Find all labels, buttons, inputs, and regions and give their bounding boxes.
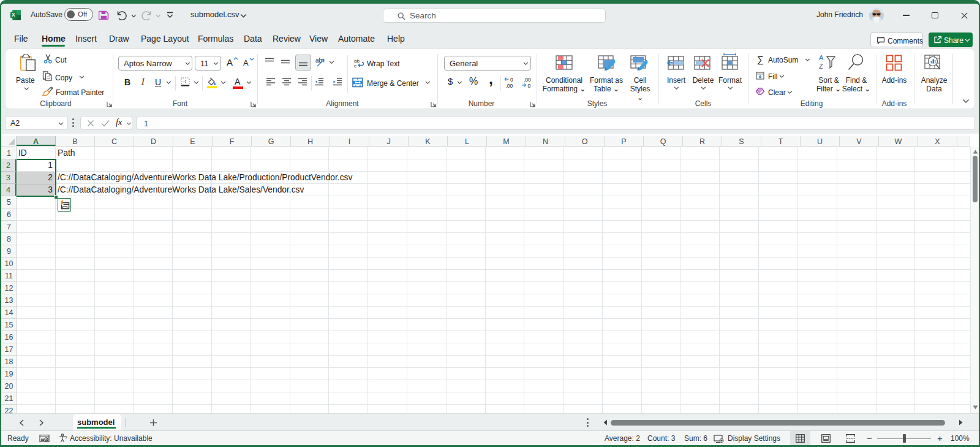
svg-text:A: A (819, 54, 824, 61)
svg-text:X: X (12, 12, 15, 18)
svg-text:0: 0 (510, 77, 513, 83)
svg-text:.00: .00 (506, 83, 513, 89)
svg-text:Z: Z (819, 63, 823, 70)
svg-text:0: 0 (528, 83, 531, 89)
svg-text:c: c (354, 63, 356, 68)
svg-text:ab: ab (315, 57, 323, 64)
svg-text:?: ? (65, 435, 68, 440)
svg-text:.00: .00 (524, 77, 531, 83)
